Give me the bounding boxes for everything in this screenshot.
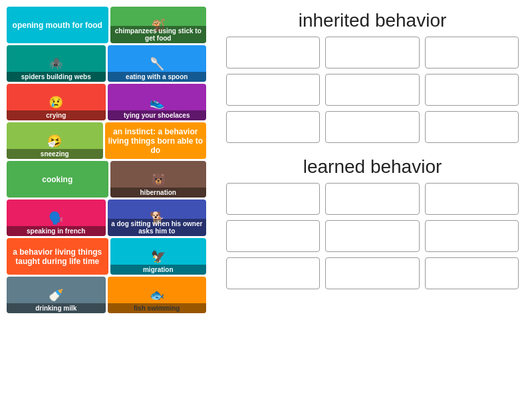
- chimpanzees-label: chimpanzees using stick to get food: [110, 26, 207, 43]
- fish-swimming-card[interactable]: 🐟 fish swimming: [108, 277, 207, 313]
- fish-swimming-label: fish swimming: [108, 303, 207, 313]
- card-row: 🤧 sneezing an instinct: a behavior livin…: [7, 122, 206, 159]
- card-row: 🗣️ speaking in french 🐕 a dog sitting wh…: [7, 200, 206, 236]
- cooking-label: cooking: [42, 175, 72, 184]
- opening-mouth-card[interactable]: opening mouth for food: [7, 7, 108, 43]
- hibernation-card[interactable]: 🐻 hibernation: [110, 161, 207, 198]
- dog-sitting-label: a dog sitting when his owner asks him to: [108, 219, 207, 236]
- migration-card[interactable]: 🦅 migration: [110, 238, 207, 275]
- cooking-card[interactable]: cooking: [7, 161, 108, 198]
- learned-section: learned behavior: [226, 156, 519, 289]
- drop-cell[interactable]: [425, 74, 519, 106]
- drop-cell[interactable]: [425, 183, 519, 215]
- migration-label: migration: [110, 265, 207, 275]
- instinct-label: an instinct: a behavior living things bo…: [108, 127, 204, 155]
- learned-drop-grid: [226, 183, 519, 289]
- drop-cell[interactable]: [325, 220, 419, 252]
- card-row: a behavior living things taught during l…: [7, 238, 206, 275]
- inherited-title: inherited behavior: [226, 10, 519, 31]
- learned-title: learned behavior: [226, 156, 519, 178]
- spiders-card[interactable]: 🕷️ spiders building webs: [7, 45, 106, 82]
- right-panel: inherited behavior learned behavior: [213, 0, 532, 399]
- drop-cell[interactable]: [425, 37, 519, 68]
- eating-spoon-label: eating with a spoon: [108, 72, 207, 82]
- opening-mouth-label: opening mouth for food: [13, 21, 102, 30]
- tying-shoelaces-label: tying your shoelaces: [108, 110, 207, 120]
- drop-cell[interactable]: [325, 111, 419, 143]
- drop-cell[interactable]: [226, 220, 320, 252]
- sneezing-label: sneezing: [7, 149, 103, 159]
- drop-cell[interactable]: [425, 111, 519, 143]
- chimpanzees-card[interactable]: 🐒 chimpanzees using stick to get food: [110, 7, 207, 43]
- hibernation-label: hibernation: [110, 188, 207, 198]
- spiders-label: spiders building webs: [7, 72, 106, 82]
- crying-label: crying: [7, 110, 106, 120]
- drinking-milk-card[interactable]: 🍼 drinking milk: [7, 277, 106, 313]
- card-row: 😢 crying 👟 tying your shoelaces: [7, 84, 206, 120]
- card-row: opening mouth for food 🐒 chimpanzees usi…: [7, 7, 206, 43]
- eating-spoon-card[interactable]: 🥄 eating with a spoon: [108, 45, 207, 82]
- drop-cell[interactable]: [325, 183, 419, 215]
- drop-cell[interactable]: [325, 37, 419, 68]
- drop-cell[interactable]: [226, 74, 320, 106]
- drop-cell[interactable]: [325, 257, 419, 289]
- drop-cell[interactable]: [425, 220, 519, 252]
- sneezing-card[interactable]: 🤧 sneezing: [7, 122, 103, 159]
- card-row: 🕷️ spiders building webs 🥄 eating with a…: [7, 45, 206, 82]
- left-panel: opening mouth for food 🐒 chimpanzees usi…: [0, 0, 213, 399]
- drop-cell[interactable]: [325, 74, 419, 106]
- drop-cell[interactable]: [425, 257, 519, 289]
- inherited-drop-grid: [226, 37, 519, 143]
- instinct-card[interactable]: an instinct: a behavior living things bo…: [105, 122, 207, 159]
- drop-cell[interactable]: [226, 37, 320, 68]
- drop-cell[interactable]: [226, 111, 320, 143]
- card-row: cooking 🐻 hibernation: [7, 161, 206, 198]
- drop-cell[interactable]: [226, 183, 320, 215]
- crying-card[interactable]: 😢 crying: [7, 84, 106, 120]
- learned-def-label: a behavior living things taught during l…: [9, 247, 106, 266]
- drinking-milk-label: drinking milk: [7, 303, 106, 313]
- inherited-section: inherited behavior: [226, 10, 519, 143]
- speaking-french-label: speaking in french: [7, 226, 106, 236]
- learned-def-card[interactable]: a behavior living things taught during l…: [7, 238, 108, 275]
- card-row: 🍼 drinking milk 🐟 fish swimming: [7, 277, 206, 313]
- tying-shoelaces-card[interactable]: 👟 tying your shoelaces: [108, 84, 207, 120]
- drop-cell[interactable]: [226, 257, 320, 289]
- dog-sitting-card[interactable]: 🐕 a dog sitting when his owner asks him …: [108, 200, 207, 236]
- speaking-french-card[interactable]: 🗣️ speaking in french: [7, 200, 106, 236]
